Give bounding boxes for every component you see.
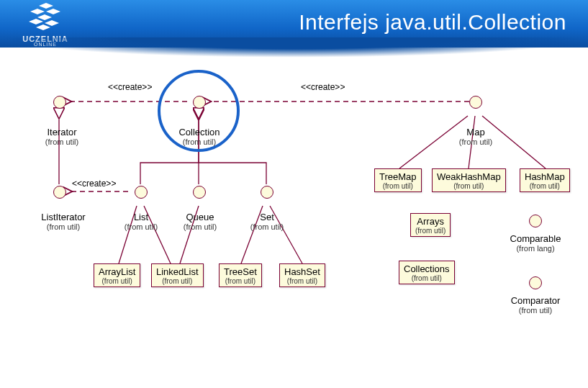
class-from: (from util) (224, 277, 257, 285)
svg-marker-3 (37, 14, 52, 20)
class-from: (from util) (156, 277, 199, 285)
iface-collection: Collection (from util) (174, 127, 225, 146)
iface-list-icon (135, 186, 148, 199)
iface-name: List (134, 212, 148, 222)
class-weakhashmap: WeakHashMap (from util) (432, 168, 506, 192)
brand-logo: UCZELNIA ONLINE (13, 3, 78, 47)
class-name: TreeMap (379, 171, 417, 182)
iface-from: (from util) (174, 137, 225, 146)
svg-marker-4 (29, 19, 43, 24)
iface-queue: Queue (from util) (180, 212, 220, 231)
iface-from: (from util) (180, 222, 220, 231)
class-name: LinkedList (156, 266, 199, 277)
iface-comparable: Comparable (from lang) (505, 233, 566, 253)
svg-marker-0 (39, 3, 53, 9)
iface-name: Comparable (510, 233, 561, 244)
class-from: (from util) (379, 182, 417, 190)
class-name: HashSet (284, 266, 320, 277)
svg-marker-2 (46, 9, 60, 14)
iface-set: Set (from util) (249, 212, 285, 231)
class-hashmap: HashMap (from util) (520, 168, 570, 192)
iface-comparator-icon (529, 276, 542, 289)
class-collections: Collections (from util) (399, 261, 455, 284)
class-arrays: Arrays (from util) (410, 213, 451, 237)
class-hashset: HashSet (from util) (279, 263, 325, 287)
iface-listiterator-icon (53, 186, 66, 199)
iface-name: Set (260, 212, 274, 222)
stereotype-create: <<create>> (108, 82, 152, 92)
class-name: ArrayList (99, 266, 135, 277)
logo-icon (24, 3, 66, 33)
class-name: HashMap (525, 171, 565, 182)
iface-listiterator: ListIterator (from util) (35, 212, 92, 231)
svg-marker-5 (45, 20, 59, 26)
iface-name: Collection (178, 127, 220, 137)
class-name: TreeSet (224, 266, 257, 277)
iface-collection-icon (193, 96, 206, 109)
class-from: (from util) (284, 277, 320, 285)
iface-name: Map (466, 127, 484, 137)
iface-from: (from util) (35, 222, 92, 231)
class-from: (from util) (437, 182, 501, 190)
stereotype-create: <<create>> (72, 179, 116, 189)
iface-set-icon (261, 186, 273, 199)
iface-map-icon (469, 96, 482, 109)
slide-title: Interfejs java.util.Collection (299, 10, 566, 35)
class-from: (from util) (404, 274, 450, 282)
iface-queue-icon (193, 186, 206, 199)
iface-from: (from util) (40, 137, 83, 146)
class-name: Collections (404, 263, 450, 274)
iface-from: (from util) (121, 222, 161, 231)
iface-iterator: Iterator (from util) (40, 127, 83, 146)
iface-name: Queue (186, 212, 214, 222)
svg-marker-1 (30, 9, 45, 14)
svg-marker-6 (36, 24, 50, 30)
iface-name: ListIterator (41, 212, 85, 222)
iface-map: Map (from util) (458, 127, 494, 146)
class-from: (from util) (99, 277, 135, 285)
iface-name: Comparator (511, 295, 561, 306)
iface-iterator-icon (53, 96, 66, 109)
iface-comparable-icon (529, 215, 542, 227)
class-from: (from util) (415, 227, 445, 235)
class-treeset: TreeSet (from util) (219, 263, 262, 287)
stereotype-create: <<create>> (301, 82, 345, 92)
class-linkedlist: LinkedList (from util) (151, 263, 204, 287)
iface-from: (from util) (505, 306, 566, 315)
class-name: WeakHashMap (437, 171, 501, 182)
slide-header: UCZELNIA ONLINE Interfejs java.util.Coll… (0, 0, 588, 48)
iface-from: (from util) (249, 222, 285, 231)
class-treemap: TreeMap (from util) (374, 168, 422, 192)
diagram-canvas: <<create>> <<create>> <<create>> Iterato… (0, 48, 588, 388)
iface-list: List (from util) (121, 212, 161, 231)
iface-from: (from util) (458, 137, 494, 146)
iface-from: (from lang) (505, 244, 566, 253)
class-name: Arrays (417, 216, 444, 227)
iface-comparator: Comparator (from util) (505, 295, 566, 315)
class-arraylist: ArrayList (from util) (94, 263, 140, 287)
class-from: (from util) (525, 182, 565, 190)
iface-name: Iterator (47, 127, 76, 137)
